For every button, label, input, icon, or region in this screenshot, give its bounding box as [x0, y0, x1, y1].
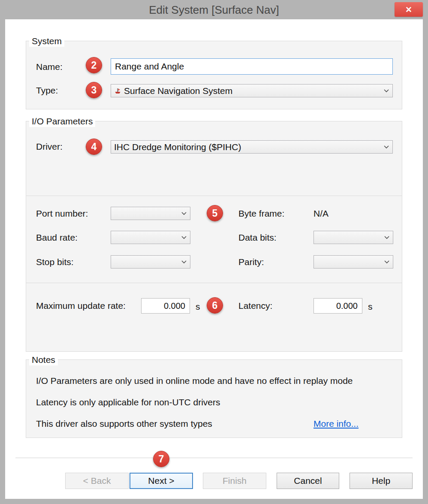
chevron-down-icon — [381, 89, 389, 93]
navigation-system-icon — [114, 88, 121, 94]
stop-bits-dropdown[interactable] — [111, 255, 190, 269]
latency-label: Latency: — [238, 300, 272, 311]
finish-button[interactable]: Finish — [203, 473, 266, 489]
type-dropdown[interactable]: Surface Navigation System — [111, 84, 393, 97]
latency-input[interactable] — [313, 298, 362, 314]
system-group: System Name: Type: Surface Navigation Sy… — [26, 41, 402, 109]
step-badge-6: 6 — [207, 297, 223, 314]
notes-group: Notes I/O Parameters are only used in on… — [26, 359, 402, 438]
dialog-body: System Name: Type: Surface Navigation Sy… — [5, 19, 423, 499]
section-divider — [26, 196, 402, 196]
back-button[interactable]: < Back — [65, 473, 129, 489]
window-title: Edit System [Surface Nav] — [0, 3, 428, 17]
note-line-1: I/O Parameters are only used in online m… — [36, 375, 353, 386]
name-label: Name: — [36, 61, 63, 72]
chevron-down-icon — [381, 145, 389, 149]
port-number-dropdown[interactable] — [111, 207, 190, 220]
step-badge-3: 3 — [86, 82, 102, 98]
max-update-rate-label: Maximum update rate: — [36, 300, 126, 311]
chevron-down-icon — [178, 260, 187, 264]
max-update-rate-unit: s — [196, 301, 200, 312]
name-input[interactable] — [111, 58, 393, 75]
byte-frame-label: Byte frame: — [238, 208, 284, 219]
next-button[interactable]: Next > — [130, 473, 193, 489]
io-parameters-group: I/O Parameters Driver: IHC Dredge Monito… — [26, 121, 402, 352]
section-divider — [26, 283, 402, 283]
port-number-label: Port number: — [36, 208, 88, 219]
more-info-link[interactable]: More info... — [313, 418, 359, 429]
chevron-down-icon — [178, 235, 187, 239]
baud-rate-label: Baud rate: — [36, 232, 78, 243]
driver-label: Driver: — [36, 141, 63, 152]
step-badge-4: 4 — [86, 139, 102, 155]
button-separator — [15, 458, 413, 459]
latency-unit: s — [368, 301, 373, 312]
byte-frame-value: N/A — [313, 208, 329, 219]
close-icon: ✕ — [405, 5, 412, 15]
chevron-down-icon — [381, 260, 390, 264]
notes-legend: Notes — [29, 354, 58, 365]
close-button[interactable]: ✕ — [395, 2, 423, 17]
cancel-button[interactable]: Cancel — [277, 473, 339, 489]
data-bits-label: Data bits: — [238, 232, 277, 243]
parity-label: Parity: — [238, 257, 264, 268]
chevron-down-icon — [381, 235, 390, 239]
step-badge-5: 5 — [207, 205, 223, 221]
titlebar: Edit System [Surface Nav] ✕ — [0, 0, 428, 19]
note-line-2: Latency is only applicable for non-UTC d… — [36, 397, 220, 408]
driver-dropdown-value: IHC Dredge Monitoring ($PIHC) — [114, 142, 241, 152]
type-dropdown-value: Surface Navigation System — [124, 86, 232, 96]
io-parameters-legend: I/O Parameters — [29, 115, 95, 127]
chevron-down-icon — [178, 211, 187, 215]
parity-dropdown[interactable] — [313, 255, 393, 269]
baud-rate-dropdown[interactable] — [111, 231, 190, 244]
type-label: Type: — [36, 85, 58, 96]
max-update-rate-input[interactable] — [141, 298, 190, 314]
stop-bits-label: Stop bits: — [36, 257, 74, 268]
step-badge-2: 2 — [86, 57, 102, 73]
data-bits-dropdown[interactable] — [313, 231, 393, 244]
driver-dropdown[interactable]: IHC Dredge Monitoring ($PIHC) — [111, 140, 393, 154]
note-line-3: This driver also supports other system t… — [36, 418, 212, 429]
step-badge-7: 7 — [153, 451, 169, 467]
system-group-legend: System — [29, 35, 64, 47]
help-button[interactable]: Help — [350, 473, 413, 489]
